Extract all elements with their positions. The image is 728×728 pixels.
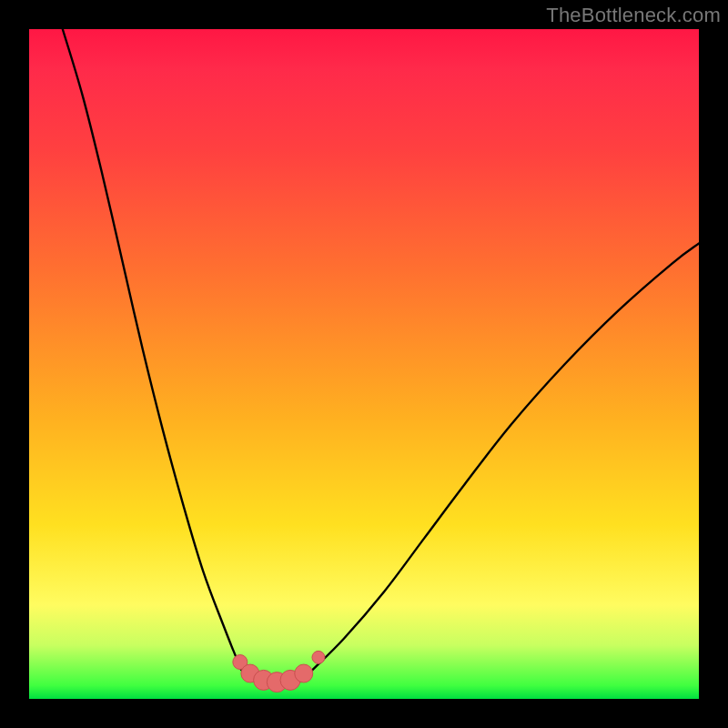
curves-layer bbox=[63, 29, 699, 684]
chart-frame: TheBottleneck.com bbox=[0, 0, 728, 728]
markers-layer bbox=[233, 651, 325, 692]
bottleneck-curve bbox=[63, 29, 699, 684]
valley-marker bbox=[295, 664, 313, 682]
chart-svg bbox=[29, 29, 699, 699]
watermark-text: TheBottleneck.com bbox=[546, 4, 721, 27]
plot-area bbox=[29, 29, 699, 699]
valley-marker bbox=[312, 651, 325, 663]
